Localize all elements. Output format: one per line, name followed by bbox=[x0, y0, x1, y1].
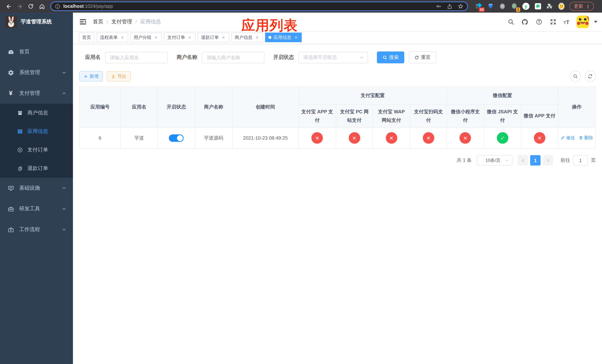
status-select[interactable]: 请选择开启状态 bbox=[298, 52, 368, 63]
col-alipay-pc: 支付宝 PC 网站支付 bbox=[336, 105, 373, 128]
sidebar-item-infrastructure[interactable]: 基础设施 bbox=[0, 178, 73, 198]
tab-close-icon[interactable]: ✕ bbox=[154, 35, 159, 40]
browser-toolbar: localhost:1024/pay/app 10 ⌘ 1 bbox=[0, 0, 602, 13]
tab-close-icon[interactable]: ✕ bbox=[255, 35, 259, 40]
extension-yudao-icon[interactable]: y bbox=[522, 2, 530, 10]
sidebar-collapse-icon[interactable] bbox=[79, 18, 87, 26]
tab-close-icon[interactable]: ✕ bbox=[221, 35, 226, 40]
show-search-toggle-button[interactable] bbox=[570, 71, 581, 82]
page-number-1[interactable]: 1 bbox=[530, 155, 540, 166]
col-app-name: 应用名 bbox=[120, 87, 158, 128]
sidebar-menu: 首页 系统管理 ¥ 支付管理 商户信息 bbox=[0, 42, 73, 240]
user-avatar[interactable] bbox=[576, 16, 589, 28]
extension-chat-icon[interactable] bbox=[534, 2, 542, 10]
browser-back-icon[interactable] bbox=[4, 1, 13, 11]
app-table: 应用编号 应用名 开启状态 商户名称 创建时间 支付宝配置 微信配置 操作 支付… bbox=[79, 87, 596, 149]
sidebar-item-pay-orders[interactable]: ¥ 支付订单 bbox=[0, 141, 73, 159]
extension-gem-icon[interactable] bbox=[486, 2, 494, 10]
sidebar-item-refund-orders[interactable]: 退款订单 bbox=[0, 159, 73, 178]
sidebar-item-payment[interactable]: ¥ 支付管理 bbox=[0, 83, 73, 104]
annotation-title: 应用列表 bbox=[241, 16, 298, 35]
delete-link[interactable]: 删除 bbox=[579, 135, 593, 141]
breadcrumb-current: 应用信息 bbox=[140, 19, 161, 25]
col-alipay-wap: 支付宝 WAP 网站支付 bbox=[373, 105, 410, 128]
col-app-id: 应用编号 bbox=[79, 87, 120, 128]
sidebar-item-home[interactable]: 首页 bbox=[0, 42, 73, 62]
app-name-input[interactable] bbox=[105, 52, 168, 63]
tab-label: 应用信息 bbox=[274, 34, 291, 41]
tab-refund-orders[interactable]: 退款订单✕ bbox=[198, 32, 229, 42]
extension-pin-icon[interactable]: 10 bbox=[475, 2, 483, 10]
tab-label: 首页 bbox=[82, 34, 91, 41]
browser-menu-icon[interactable]: ⋮ bbox=[586, 3, 590, 9]
tab-label: 商户信息 bbox=[235, 34, 252, 41]
sidebar-logo-row[interactable]: 芋道管理系统 bbox=[0, 13, 73, 31]
chevron-down-icon bbox=[62, 207, 66, 211]
extension-recorder-icon[interactable]: 1 bbox=[510, 2, 518, 10]
header-search-icon[interactable] bbox=[507, 18, 514, 25]
tab-close-icon[interactable]: ✕ bbox=[120, 35, 125, 40]
config-status-icon: ✓ bbox=[497, 132, 508, 144]
bookmark-star-icon[interactable] bbox=[458, 3, 463, 9]
cell-wechat-jsapi: ✓ bbox=[484, 128, 521, 148]
site-info-icon[interactable] bbox=[55, 3, 60, 9]
tags-view-bar: 首页 流程表单✕ 用户分组✕ 支付订单✕ 退款订单✕ 商户信息✕ 应用信息✕ bbox=[73, 31, 602, 44]
search-button[interactable]: 搜索 bbox=[377, 52, 404, 63]
col-created: 创建时间 bbox=[232, 87, 299, 128]
font-size-icon[interactable]: TT bbox=[563, 19, 570, 25]
password-key-icon[interactable] bbox=[436, 3, 442, 9]
tab-close-icon[interactable]: ✕ bbox=[187, 35, 192, 40]
page-size-select[interactable]: 10条/页 bbox=[477, 155, 512, 166]
config-status-icon: ✕ bbox=[312, 132, 323, 144]
profile-smiley-icon[interactable] bbox=[558, 2, 565, 10]
breadcrumb: 首页 / 支付管理 / 应用信息 bbox=[93, 19, 161, 25]
extension-command-icon[interactable]: ⌘ bbox=[498, 2, 506, 10]
chevron-down-icon bbox=[62, 186, 66, 190]
avatar-dropdown-caret[interactable] bbox=[594, 21, 598, 23]
sidebar-item-merchant-info[interactable]: 商户信息 bbox=[0, 104, 73, 122]
sidebar-item-label: 应用信息 bbox=[27, 128, 48, 135]
page-content: 应用名 商户名称 开启状态 请选择开启状态 bbox=[73, 44, 602, 364]
browser-update-button[interactable]: 更新 ⋮ bbox=[570, 2, 594, 11]
sidebar-item-label: 退款订单 bbox=[27, 165, 48, 172]
browser-home-icon[interactable] bbox=[37, 1, 47, 11]
browser-reload-icon[interactable] bbox=[26, 1, 35, 11]
add-button[interactable]: 新增 bbox=[79, 71, 103, 81]
breadcrumb-payment[interactable]: 支付管理 bbox=[111, 19, 132, 25]
sidebar-item-devtools[interactable]: 研发工具 bbox=[0, 198, 73, 219]
sidebar-item-app-info[interactable]: 应用信息 bbox=[0, 122, 73, 141]
cell-operations: 修改删除 bbox=[558, 128, 595, 148]
enabled-toggle[interactable] bbox=[169, 134, 184, 142]
extensions-puzzle-icon[interactable] bbox=[546, 2, 553, 10]
github-icon[interactable] bbox=[521, 18, 528, 25]
tab-process-form[interactable]: 流程表单✕ bbox=[97, 32, 128, 42]
address-bar[interactable]: localhost:1024/pay/app bbox=[50, 1, 468, 11]
goto-page-input[interactable] bbox=[573, 155, 588, 166]
prev-page-button[interactable] bbox=[517, 155, 528, 166]
browser-forward-icon[interactable] bbox=[15, 1, 24, 11]
pagination: 共 1 条 10条/页 1 前往 页 bbox=[79, 155, 596, 166]
next-page-button[interactable] bbox=[543, 155, 553, 166]
tab-user-group[interactable]: 用户分组✕ bbox=[130, 32, 162, 42]
screen: localhost:1024/pay/app 10 ⌘ 1 bbox=[0, 0, 602, 364]
sidebar-item-system[interactable]: 系统管理 bbox=[0, 62, 73, 83]
svg-text:¥: ¥ bbox=[19, 149, 21, 151]
refresh-table-button[interactable] bbox=[585, 71, 596, 82]
tab-close-icon[interactable]: ✕ bbox=[294, 35, 298, 40]
config-status-icon: ✕ bbox=[423, 132, 434, 144]
sidebar-item-workflow[interactable]: 工作流程 bbox=[0, 219, 73, 240]
chevron-right-icon bbox=[546, 158, 550, 162]
chevron-down-icon bbox=[62, 227, 66, 232]
share-icon[interactable] bbox=[447, 3, 452, 9]
tab-home[interactable]: 首页 bbox=[79, 32, 94, 42]
fullscreen-icon[interactable] bbox=[549, 18, 557, 25]
help-icon[interactable] bbox=[535, 18, 542, 25]
col-status: 开启状态 bbox=[158, 87, 195, 128]
edit-link[interactable]: 修改 bbox=[560, 135, 575, 141]
tab-pay-orders[interactable]: 支付订单✕ bbox=[164, 32, 195, 42]
sidebar-item-label: 支付订单 bbox=[27, 147, 48, 153]
reset-button[interactable]: 重置 bbox=[409, 52, 436, 63]
breadcrumb-home[interactable]: 首页 bbox=[93, 19, 103, 25]
merchant-name-input[interactable] bbox=[202, 52, 264, 63]
export-button[interactable]: 导出 bbox=[107, 71, 131, 81]
